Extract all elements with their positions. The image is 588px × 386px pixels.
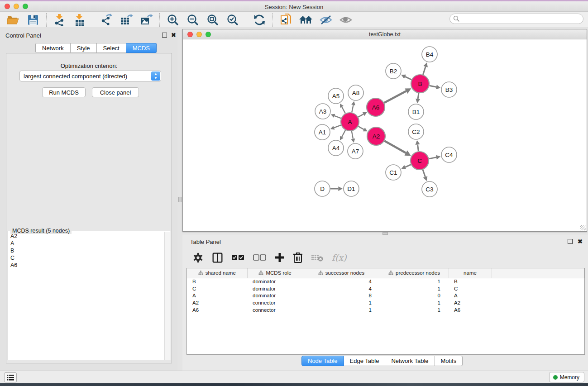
node-A4[interactable]: A4 [328, 140, 344, 156]
close-panel-button[interactable]: Close panel [92, 87, 139, 97]
import-table-icon[interactable] [72, 13, 87, 27]
table-row[interactable]: A2connector11A2 [187, 299, 584, 306]
hide-selection-icon[interactable] [318, 13, 334, 27]
edge-A-A5[interactable] [342, 107, 345, 113]
edge-A-A3[interactable] [335, 116, 341, 119]
table-row[interactable]: Bdominator41B [187, 278, 584, 285]
table-row[interactable]: Cdominator41C [187, 285, 584, 292]
tab-mcds[interactable]: MCDS [126, 43, 157, 53]
memory-button[interactable]: Memory [549, 372, 584, 382]
network-window-title: testGlobe.txt [183, 31, 587, 38]
node-C4[interactable]: C4 [441, 147, 457, 162]
node-A7[interactable]: A7 [348, 143, 363, 159]
table-close-panel-icon[interactable]: ✖ [578, 239, 583, 244]
tab-node-table[interactable]: Node Table [301, 356, 344, 366]
node-A5[interactable]: A5 [328, 88, 344, 104]
node-C3[interactable]: C3 [422, 181, 437, 197]
node-D1[interactable]: D1 [344, 181, 359, 196]
column-header-successor-nodes[interactable]: successor nodes [303, 268, 380, 278]
node-A6[interactable]: A6 [367, 98, 385, 116]
edge-A-A1[interactable] [334, 125, 341, 128]
column-header-name[interactable]: name [449, 268, 492, 278]
node-A1[interactable]: A1 [315, 124, 330, 140]
home-view-icon[interactable] [298, 13, 314, 27]
select-all-checkboxes-icon[interactable] [231, 254, 245, 261]
import-network-icon[interactable] [52, 13, 67, 27]
node-C2[interactable]: C2 [408, 124, 424, 139]
edge-B-B3[interactable] [430, 86, 436, 87]
node-A3[interactable]: A3 [315, 104, 330, 119]
search-input[interactable] [449, 14, 583, 24]
edge-A-A2[interactable] [358, 126, 364, 129]
node-C[interactable]: C [411, 152, 429, 170]
clone-network-icon[interactable] [278, 13, 294, 27]
node-D[interactable]: D [315, 181, 330, 196]
export-table-icon[interactable] [119, 13, 134, 27]
column-header-mcds-role[interactable]: MCDS role [247, 268, 303, 278]
edge-C-C1[interactable] [405, 165, 411, 167]
criterion-select[interactable]: largest connected component (directed) ▲… [19, 71, 161, 81]
tab-network[interactable]: Network [35, 43, 71, 53]
zoom-in-icon[interactable] [165, 13, 181, 27]
show-all-icon[interactable] [338, 13, 354, 27]
tab-network-table[interactable]: Network Table [385, 356, 435, 366]
run-mcds-button[interactable]: Run MCDS [42, 87, 86, 97]
apply-layout-icon[interactable] [252, 13, 267, 27]
control-panel: Control Panel ✖ Network Style Select MCD… [0, 28, 177, 371]
table-row[interactable]: A6connector11A6 [187, 306, 584, 314]
edge-B-B2[interactable] [405, 76, 411, 80]
mcds-result-list[interactable]: A2 A B C A6 [9, 233, 164, 359]
edge-A2-C[interactable] [384, 141, 406, 153]
edge-A6-B[interactable] [384, 91, 406, 103]
node-B[interactable]: B [411, 75, 429, 93]
tab-edge-table[interactable]: Edge Table [344, 356, 386, 366]
network-graph[interactable]: B4B2BB3A5A8A6A3B1AA1C2A2A4A7C4CC1C3DD1 [183, 40, 586, 231]
edge-C-C2[interactable] [418, 144, 419, 151]
node-C1[interactable]: C1 [386, 165, 401, 180]
vertical-splitter[interactable] [177, 28, 182, 371]
export-image-icon[interactable] [139, 13, 154, 27]
horizontal-splitter[interactable] [382, 232, 388, 235]
zoom-fit-icon[interactable] [205, 13, 220, 27]
edge-A-A4[interactable] [342, 130, 345, 137]
table-float-panel-icon[interactable] [568, 239, 573, 244]
zoom-out-icon[interactable] [185, 13, 201, 27]
result-scrollbar[interactable] [164, 232, 170, 360]
edge-B-B1[interactable] [418, 93, 419, 99]
delete-column-icon[interactable] [293, 252, 303, 263]
node-A2[interactable]: A2 [367, 127, 385, 145]
node-B2[interactable]: B2 [386, 63, 401, 79]
node-B1[interactable]: B1 [408, 104, 424, 119]
edge-A-A8[interactable] [352, 105, 353, 112]
show-columns-icon[interactable] [212, 252, 223, 263]
edge-C-C3[interactable] [423, 170, 425, 177]
node-B3[interactable]: B3 [441, 82, 457, 97]
node-B4[interactable]: B4 [422, 47, 437, 62]
close-panel-icon[interactable]: ✖ [171, 33, 176, 38]
open-file-icon[interactable] [5, 13, 21, 27]
tab-motifs[interactable]: Motifs [435, 356, 463, 366]
add-column-icon[interactable] [275, 253, 285, 262]
deselect-all-checkboxes-icon[interactable] [253, 254, 267, 261]
export-network-icon[interactable] [99, 13, 114, 27]
tab-select[interactable]: Select [97, 43, 126, 53]
tab-style[interactable]: Style [71, 43, 97, 53]
zoom-selected-icon[interactable] [225, 13, 240, 27]
settings-gear-icon[interactable] [192, 252, 204, 263]
edge-A-A6[interactable] [358, 114, 363, 117]
table-row[interactable]: Adominator80A [187, 292, 584, 300]
edge-A-A7[interactable] [352, 131, 353, 139]
column-header-predecessor-nodes[interactable]: predecessor nodes [380, 268, 449, 278]
node-A8[interactable]: A8 [348, 85, 363, 100]
node-A[interactable]: A [341, 113, 359, 131]
svg-text:C: C [417, 157, 422, 164]
edge-C-C4[interactable] [429, 157, 436, 159]
resize-grip-icon[interactable] [580, 225, 586, 230]
column-header-shared-name[interactable]: shared name [187, 268, 247, 278]
save-session-icon[interactable] [25, 13, 41, 27]
edge-B-B4[interactable] [423, 67, 425, 75]
network-canvas[interactable]: B4B2BB3A5A8A6A3B1AA1C2A2A4A7C4CC1C3DD1 [183, 40, 586, 231]
float-panel-icon[interactable] [162, 33, 167, 38]
network-window-titlebar[interactable]: testGlobe.txt [183, 29, 587, 39]
task-history-button[interactable] [4, 372, 17, 382]
